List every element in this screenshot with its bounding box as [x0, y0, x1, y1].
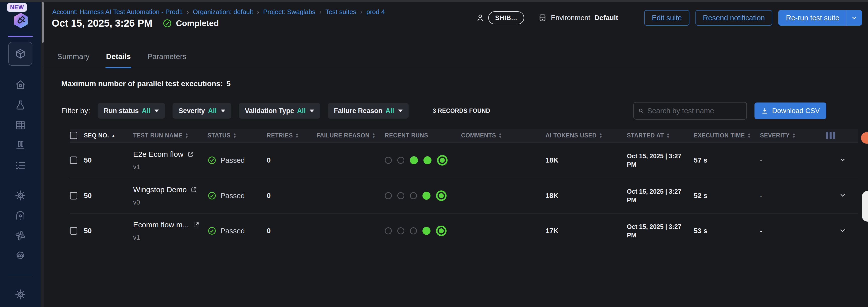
- breadcrumb-link-prod-4[interactable]: prod 4: [366, 8, 385, 16]
- breadcrumb-link-test-suites[interactable]: Test suites: [326, 8, 356, 16]
- column-header-comments[interactable]: COMMENTS▲▼: [461, 132, 546, 139]
- recent-run-filled-dot[interactable]: [410, 156, 418, 164]
- severity: -: [760, 227, 826, 235]
- user-badge[interactable]: SHIB...: [488, 11, 524, 24]
- row-expand-chevron-icon[interactable]: [839, 226, 846, 234]
- recent-run-filled-dot[interactable]: [424, 156, 432, 164]
- recent-run-empty-dot[interactable]: [397, 157, 404, 164]
- nav-item-results[interactable]: [0, 155, 41, 175]
- filter-value: All: [208, 107, 217, 115]
- test-run-version: v1: [133, 234, 208, 241]
- filter-validation-type[interactable]: Validation Type All: [239, 103, 320, 119]
- rerun-test-suite-button[interactable]: Re-run test suite: [778, 10, 862, 26]
- recent-run-ringed-dot[interactable]: [437, 155, 447, 165]
- nav-item-test-suites[interactable]: [8, 42, 32, 66]
- external-link-icon[interactable]: [193, 222, 199, 228]
- tab-summary[interactable]: Summary: [57, 50, 90, 68]
- breadcrumb-link-account-harness-ai-test-automation-prod1[interactable]: Account: Harness AI Test Automation - Pr…: [52, 8, 183, 16]
- column-header-execution-time[interactable]: EXECUTION TIME▲▼: [694, 132, 760, 139]
- column-header-test-run-name[interactable]: TEST RUN NAME▲▼: [133, 132, 208, 139]
- column-header-severity[interactable]: SEVERITY▲▼: [760, 132, 826, 139]
- breadcrumb-separator: ›: [361, 8, 363, 16]
- row-expand-chevron-icon[interactable]: [839, 191, 846, 199]
- row-checkbox[interactable]: [70, 227, 78, 235]
- column-label: STATUS: [208, 132, 230, 139]
- external-link-icon[interactable]: [191, 186, 197, 193]
- harness-logo[interactable]: NEW: [0, 2, 41, 36]
- nav-item-pipelines[interactable]: [0, 246, 41, 266]
- column-header-started-at[interactable]: STARTED AT▲▼: [627, 132, 694, 139]
- column-label: EXECUTION TIME: [694, 132, 745, 139]
- column-header-recent-runs[interactable]: RECENT RUNS: [385, 132, 461, 139]
- row-expand-chevron-icon[interactable]: [839, 156, 846, 163]
- search-box[interactable]: [633, 102, 747, 120]
- select-all-checkbox[interactable]: [70, 132, 78, 139]
- external-link-icon[interactable]: [187, 151, 194, 157]
- row-checkbox[interactable]: [70, 192, 78, 199]
- nav-item-experiments[interactable]: [0, 95, 41, 115]
- breadcrumb: Account: Harness AI Test Automation - Pr…: [52, 8, 385, 16]
- filter-severity[interactable]: Severity All: [173, 103, 231, 119]
- test-run-name-link[interactable]: Wingstop Demo: [133, 185, 208, 194]
- environment-value: Default: [594, 14, 618, 22]
- test-run-name-link[interactable]: Ecomm flow m...: [133, 221, 208, 229]
- nav-item-slack[interactable]: [0, 225, 41, 246]
- test-run-name[interactable]: Ecomm flow m...: [133, 221, 189, 229]
- column-header-failure-reason[interactable]: FAILURE REASON▲▼: [316, 132, 385, 139]
- nav-item-agents[interactable]: [0, 206, 41, 225]
- nav-item-settings[interactable]: [0, 284, 41, 305]
- breadcrumb-separator: ›: [319, 8, 321, 16]
- package-icon: [14, 48, 26, 60]
- filter-dropdowns: Run status All Severity All Validation T…: [98, 103, 409, 119]
- page-scrollbar[interactable]: [41, 2, 44, 307]
- nav-item-config[interactable]: [0, 185, 41, 206]
- column-header-retries[interactable]: RETRIES▲▼: [267, 132, 316, 139]
- edit-suite-button[interactable]: Edit suite: [644, 10, 689, 26]
- breadcrumb-separator: ›: [187, 8, 189, 16]
- recent-run-empty-dot[interactable]: [385, 157, 392, 164]
- user-icon[interactable]: [476, 13, 485, 22]
- recent-run-empty-dot[interactable]: [410, 227, 417, 235]
- filter-run-status[interactable]: Run status All: [98, 103, 165, 119]
- filter-failure-reason[interactable]: Failure Reason All: [328, 103, 409, 119]
- seq-no: 50: [84, 192, 133, 200]
- seq-no: 50: [84, 227, 133, 235]
- sort-icon: ▲▼: [233, 132, 236, 139]
- column-header-ai-tokens-used[interactable]: AI TOKENS USED▲▼: [546, 132, 627, 139]
- row-checkbox-cell: [70, 192, 84, 199]
- nav-item-test-runs[interactable]: [0, 135, 41, 155]
- resend-notification-button[interactable]: Resend notification: [695, 10, 773, 26]
- breadcrumb-link-organization-default[interactable]: Organization: default: [193, 8, 253, 16]
- nav-item-home[interactable]: [0, 75, 41, 95]
- recent-run-filled-dot[interactable]: [423, 192, 431, 200]
- test-run-name[interactable]: Wingstop Demo: [133, 185, 187, 194]
- recent-run-empty-dot[interactable]: [385, 227, 392, 235]
- chevron-down-icon[interactable]: [851, 14, 858, 21]
- recent-run-empty-dot[interactable]: [397, 192, 404, 199]
- recent-run-empty-dot[interactable]: [410, 192, 417, 199]
- search-input[interactable]: [647, 107, 742, 115]
- scrollbar-thumb[interactable]: [42, 2, 44, 43]
- column-header-seq-no[interactable]: SEQ NO.▲: [84, 132, 133, 139]
- recent-run-ringed-dot[interactable]: [436, 190, 446, 201]
- recent-runs: [385, 155, 461, 165]
- row-checkbox[interactable]: [70, 156, 78, 164]
- recent-run-ringed-dot[interactable]: [436, 225, 446, 236]
- column-header-status[interactable]: STATUS▲▼: [208, 132, 267, 139]
- recent-run-empty-dot[interactable]: [385, 192, 392, 199]
- breadcrumb-link-project-swaglabs[interactable]: Project: Swaglabs: [263, 8, 315, 16]
- sidebar: NEW: [0, 2, 41, 307]
- chevron-down-icon: [310, 110, 314, 112]
- column-picker-icon[interactable]: [826, 132, 858, 139]
- download-csv-button[interactable]: Download CSV: [754, 102, 826, 119]
- recent-run-empty-dot[interactable]: [397, 227, 404, 235]
- column-label: RECENT RUNS: [385, 132, 428, 139]
- tab-details[interactable]: Details: [105, 50, 131, 68]
- test-run-name[interactable]: E2e Ecom flow: [133, 150, 183, 158]
- nav-item-test-grid[interactable]: [0, 115, 41, 135]
- side-widget-partial[interactable]: [862, 191, 868, 222]
- test-run-name-link[interactable]: E2e Ecom flow: [133, 150, 208, 158]
- completed-check-icon: [162, 19, 172, 28]
- recent-run-filled-dot[interactable]: [423, 227, 431, 235]
- tab-parameters[interactable]: Parameters: [147, 50, 187, 68]
